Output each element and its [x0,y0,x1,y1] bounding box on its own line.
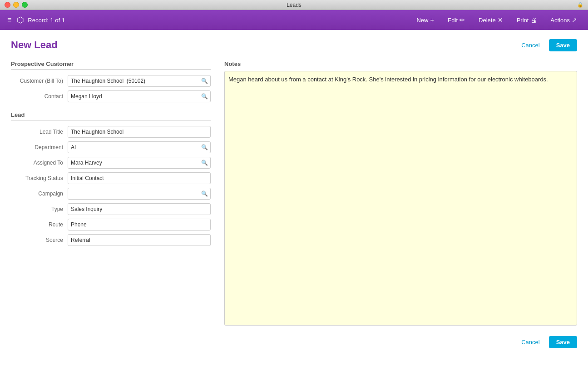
tracking-status-input[interactable] [68,172,211,184]
form-right: Notes [224,60,577,327]
assigned-to-input-wrap: 🔍 [68,157,211,169]
notes-textarea[interactable] [224,71,577,326]
assigned-to-row: Assigned To 🔍 [11,157,211,169]
lead-title-input-wrap [68,126,211,138]
campaign-row: Campaign 🔍 [11,188,211,200]
type-input[interactable] [68,203,211,215]
customer-input[interactable] [68,75,211,87]
route-input[interactable] [68,219,211,231]
record-info: Record: 1 of 1 [28,17,65,24]
contact-input-wrap: 🔍 [68,90,211,102]
new-label: New [416,17,428,24]
tracking-status-input-wrap [68,172,211,184]
assigned-to-search-icon[interactable]: 🔍 [201,160,208,166]
lead-title-row: Lead Title [11,126,211,138]
actions-label: Actions [550,17,570,24]
campaign-search-icon[interactable]: 🔍 [201,191,208,197]
new-button[interactable]: New + [411,14,439,26]
form-footer: Cancel Save [11,336,577,348]
contact-search-icon[interactable]: 🔍 [201,93,208,100]
lead-title-input[interactable] [68,126,211,138]
route-row: Route [11,219,211,231]
route-input-wrap [68,219,211,231]
lock-icon: 🔒 [577,2,583,8]
save-button-top[interactable]: Save [549,39,577,51]
page-title: New Lead [11,39,58,51]
assigned-to-label: Assigned To [11,160,68,166]
customer-search-icon[interactable]: 🔍 [201,78,208,84]
main-content: New Lead Cancel Save Prospective Custome… [0,30,588,366]
source-label: Source [11,237,68,243]
toolbar-right: New + Edit ✏ Delete ✕ Print 🖨 Actions ↗ [411,14,583,26]
window-title: Leads [287,2,301,8]
department-search-icon[interactable]: 🔍 [201,144,208,150]
close-button[interactable] [5,2,10,8]
lead-title-label: Lead Title [11,129,68,135]
actions-button[interactable]: Actions ↗ [545,14,583,26]
form-header: New Lead Cancel Save [11,39,577,51]
cancel-button-bottom[interactable]: Cancel [516,336,545,348]
notes-header: Notes [224,60,577,67]
department-input[interactable] [68,141,211,153]
department-label: Department [11,144,68,150]
toolbar: ≡ ⬡ Record: 1 of 1 New + Edit ✏ Delete ✕… [0,10,588,30]
contact-input[interactable] [68,90,211,102]
customer-row: Customer (Bill To) 🔍 [11,75,211,87]
contact-row: Contact 🔍 [11,90,211,102]
nav-icon[interactable]: ⬡ [17,15,24,25]
cancel-button-top[interactable]: Cancel [516,39,545,51]
type-input-wrap [68,203,211,215]
prospective-customer-header: Prospective Customer [11,60,211,70]
edit-icon: ✏ [460,16,465,24]
save-button-bottom[interactable]: Save [549,336,577,348]
campaign-input[interactable] [68,188,211,200]
department-input-wrap: 🔍 [68,141,211,153]
department-row: Department 🔍 [11,141,211,153]
print-button[interactable]: Print 🖨 [511,14,543,26]
print-icon: 🖨 [530,16,537,24]
type-row: Type [11,203,211,215]
campaign-label: Campaign [11,191,68,197]
customer-input-wrap: 🔍 [68,75,211,87]
toolbar-left: ≡ ⬡ Record: 1 of 1 [5,14,411,26]
source-input[interactable] [68,234,211,246]
type-label: Type [11,206,68,212]
new-icon: + [430,16,434,24]
form-body: Prospective Customer Customer (Bill To) … [11,60,577,327]
assigned-to-input[interactable] [68,157,211,169]
print-label: Print [517,17,529,24]
tracking-status-label: Tracking Status [11,175,68,181]
menu-icon[interactable]: ≡ [5,14,13,26]
edit-label: Edit [448,17,458,24]
customer-label: Customer (Bill To) [11,78,68,84]
delete-button[interactable]: Delete ✕ [473,14,509,26]
minimize-button[interactable] [13,2,19,8]
form-left: Prospective Customer Customer (Bill To) … [11,60,211,327]
title-bar: Leads 🔒 [0,0,588,10]
delete-icon: ✕ [498,16,503,24]
tracking-status-row: Tracking Status [11,172,211,184]
contact-label: Contact [11,93,68,100]
campaign-input-wrap: 🔍 [68,188,211,200]
maximize-button[interactable] [22,2,28,8]
delete-label: Delete [479,17,496,24]
route-label: Route [11,221,68,228]
source-input-wrap [68,234,211,246]
header-actions: Cancel Save [516,39,577,51]
lead-header: Lead [11,111,211,120]
source-row: Source [11,234,211,246]
window-controls [5,2,28,8]
actions-icon: ↗ [572,16,577,24]
edit-button[interactable]: Edit ✏ [442,14,470,26]
